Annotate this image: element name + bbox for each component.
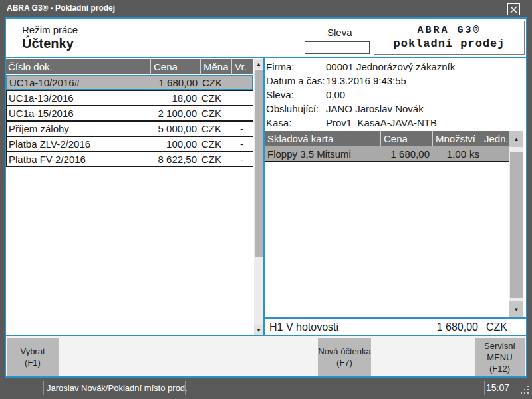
table-row[interactable]: Platba ZLV-2/2016 100,00 CZK - [6,136,253,152]
work-mode-value: Účtenky [22,36,74,51]
info-value: 00001 Jednorázový zákazník [326,61,455,72]
button-hotkey: (F12) [489,363,510,374]
col-vr: Vr. [231,59,253,74]
items-scrollbar[interactable]: ▲ ▼ [509,131,523,317]
info-label: Firma: [266,61,326,72]
info-row: Firma: 00001 Jednorázový zákazník [266,60,519,74]
table-row[interactable]: UC1a-15/2016 2 100,00 CZK [6,106,253,121]
documents-scrollbar[interactable]: ▲ ▼ [254,59,263,335]
title-bar: ABRA G3® - Pokladní prodej [0,0,532,17]
panel-divider [263,58,265,335]
total-row: H1 V hotovosti 1 680,00 CZK [265,319,526,335]
info-row: Kasa: Prov1_KasaA-JAVA-NTB [266,116,519,130]
doc-price: 8 622,50 [150,154,200,165]
doc-currency: CZK [200,154,231,165]
info-value: 19.3.2016 9:43:55 [326,75,406,86]
doc-price: 2 100,00 [150,108,200,119]
close-icon [510,6,517,13]
item-qty: 1,00 [447,148,466,160]
statusbar-separator [416,381,416,395]
item-name: Floppy 3,5 Mitsumi [265,148,380,160]
total-amount-group: 1 680,00 CZK [437,321,526,333]
info-label: Datum a čas: [266,75,326,86]
doc-currency: CZK [200,77,231,88]
info-label: Obsluhující: [266,103,326,114]
status-bar: Jaroslav Novák/Pokladní místo prod. 15:0… [0,378,532,399]
col-quantity: Množství [432,131,481,146]
table-row[interactable]: Příjem zálohy 5 000,00 CZK - [6,121,253,136]
item-row-selected[interactable]: Floppy 3,5 Mitsumi 1 680,00 1,00ks [265,146,509,162]
button-label: MENU [487,352,512,363]
doc-currency: CZK [200,123,231,134]
doc-currency: CZK [200,108,231,119]
discount-label: Sleva [327,27,352,38]
close-button[interactable] [507,3,520,15]
doc-vr: - [231,154,253,165]
info-value: 0,00 [326,89,345,100]
resize-grip-icon[interactable] [527,392,529,394]
discount-input[interactable] [305,41,370,54]
item-unit: ks [469,148,479,160]
statusbar-clock: 15:07 [486,382,509,393]
scroll-down-icon[interactable]: ▼ [254,325,263,335]
scroll-down-icon[interactable]: ▼ [509,301,523,317]
items-table-header: Skladová karta Cena Množství Jedn. [265,131,509,146]
button-hotkey: (F1) [25,357,41,368]
info-label: Sleva: [266,89,326,100]
item-price: 1 680,00 [380,148,432,160]
doc-number: UC1a-13/2016 [7,92,150,104]
table-row[interactable]: Platba FV-2/2016 8 622,50 CZK - [6,152,253,167]
info-row: Datum a čas: 19.3.2016 9:43:55 [266,74,519,88]
col-stock-card: Skladová karta [265,131,380,146]
item-qty-cell: 1,00ks [432,148,481,160]
scroll-up-icon[interactable]: ▲ [509,131,523,147]
button-label: Vybrat [20,346,45,357]
info-row: Sleva: 0,00 [266,88,519,102]
doc-price: 100,00 [150,138,200,150]
info-value: Prov1_KasaA-JAVA-NTB [326,117,437,128]
header-divider [6,57,526,58]
total-currency: CZK [486,321,507,333]
col-price: Cena [150,59,200,74]
service-menu-button[interactable]: Servisní MENU (F12) [475,338,525,376]
scrollbar-thumb[interactable] [510,152,523,298]
col-unit: Jedn. [481,131,509,146]
work-mode-label: Režim práce [22,24,78,35]
select-button[interactable]: Vybrat (F1) [7,338,59,376]
receipt-info: Firma: 00001 Jednorázový zákazník Datum … [266,60,519,130]
doc-vr: - [231,138,253,150]
table-row-selected[interactable]: UC1a-10/2016# 1 680,00 CZK [6,75,253,90]
doc-price: 1 680,00 [150,77,200,88]
table-row[interactable]: UC1a-13/2016 18,00 CZK [6,90,253,106]
payment-method-label: H1 V hotovosti [265,321,338,333]
scrollbar-thumb[interactable] [255,70,263,257]
doc-number: Platba ZLV-2/2016 [7,138,150,150]
button-hotkey: (F7) [336,357,352,368]
doc-price: 5 000,00 [150,123,200,134]
abra-logo: ABRA G3® pokladní prodej [374,21,525,55]
new-receipt-button[interactable]: Nová účtenka (F7) [318,338,371,376]
total-amount: 1 680,00 [437,321,478,333]
col-item-price: Cena [380,131,432,146]
content-frame: Režim práce Účtenky Sleva ABRA G3® pokla… [5,17,527,378]
button-label: Servisní [484,340,515,352]
doc-vr: - [231,123,253,134]
col-doc-number: Číslo dok. [6,59,150,74]
scroll-up-icon[interactable]: ▲ [254,59,263,69]
doc-price: 18,00 [150,92,200,104]
logo-line1: ABRA G3® [374,25,524,36]
statusbar-separator [43,381,44,395]
statusbar-separator [185,381,186,395]
info-label: Kasa: [266,117,326,128]
doc-currency: CZK [200,92,231,104]
documents-table: UC1a-10/2016# 1 680,00 CZK UC1a-13/2016 … [6,75,253,167]
statusbar-user: Jaroslav Novák/Pokladní místo prod. [47,383,188,393]
window-title: ABRA G3® - Pokladní prodej [7,3,115,13]
function-button-bar: Vybrat (F1) Nová účtenka (F7) Servisní M… [6,336,526,376]
logo-line2: pokladní prodej [374,37,524,50]
doc-number: Platba FV-2/2016 [7,154,150,165]
app-window: ABRA G3® - Pokladní prodej Režim práce Ú… [0,0,532,399]
button-label: Nová účtenka [318,346,371,357]
col-currency: Měna [200,59,231,74]
info-value: JANO Jaroslav Novák [326,103,424,114]
